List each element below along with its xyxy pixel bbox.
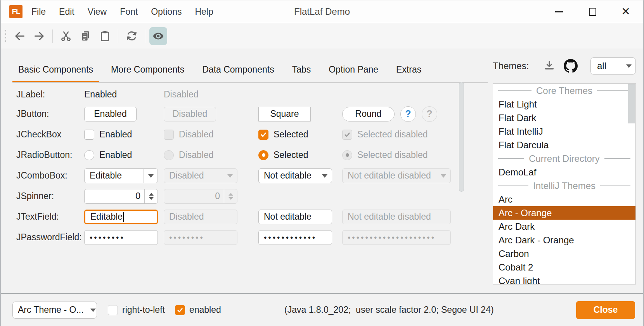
show-toggle-button[interactable] — [149, 27, 167, 45]
menu-file[interactable]: File — [25, 0, 52, 23]
components-grid: JLabel:EnabledDisabledJButton:EnabledDis… — [1, 85, 459, 248]
github-button[interactable] — [564, 59, 578, 73]
content-scrollbar-thumb[interactable] — [459, 82, 464, 192]
chevron-down-icon — [436, 169, 450, 183]
checkbox-checked-icon — [342, 130, 352, 140]
theme-item-flat-light[interactable]: Flat Light — [493, 97, 635, 111]
column-1: Enabled — [84, 89, 164, 100]
themes-scrollbar-thumb[interactable] — [628, 84, 635, 123]
column-2: •••••••• — [164, 230, 258, 245]
maximize-button[interactable] — [586, 5, 599, 18]
theme-item-arc[interactable]: Arc — [493, 192, 635, 206]
tab-option-pane[interactable]: Option Pane — [323, 58, 384, 83]
column-2: Disabled — [164, 168, 258, 183]
tab-extras[interactable]: Extras — [390, 58, 427, 83]
label-enabled: Enabled — [84, 89, 117, 100]
theme-group-separator: Current Directory — [493, 152, 635, 165]
component-row: JSpinner:00 — [1, 186, 459, 206]
textfield-not-editable[interactable]: Not editable — [258, 210, 332, 224]
column-4: Selected disabled — [342, 129, 459, 140]
radio-label: Selected disabled — [357, 150, 428, 160]
button-enabled[interactable]: Enabled — [84, 107, 137, 121]
themes-filter-combo[interactable]: all — [590, 57, 636, 75]
themes-scrollbar[interactable] — [628, 84, 635, 283]
button-round[interactable]: Round — [342, 107, 395, 121]
textfield-not-editable-disabled: Not editable disabled — [342, 210, 451, 224]
combobox-editable[interactable]: Editable — [84, 168, 158, 183]
theme-item-cyan-light[interactable]: Cyan light — [493, 274, 635, 284]
password-field[interactable]: •••••••• — [84, 230, 158, 245]
theme-item-arc-dark-orange[interactable]: Arc Dark - Orange — [493, 233, 635, 247]
textfield-value: Disabled — [164, 212, 204, 222]
copy-button[interactable] — [76, 27, 94, 45]
column-2: Disabled — [164, 210, 258, 224]
tab-tabs[interactable]: Tabs — [286, 58, 317, 83]
radio-selected-icon — [342, 150, 352, 160]
cut-button[interactable] — [57, 27, 75, 45]
theme-item-flat-intellij[interactable]: Flat IntelliJ — [493, 125, 635, 138]
radio-unselected-icon — [164, 150, 174, 160]
theme-item-carbon[interactable]: Carbon — [493, 247, 635, 260]
menu-view[interactable]: View — [81, 0, 113, 23]
radio-label: Selected — [274, 150, 308, 160]
theme-item-arc-dark[interactable]: Arc Dark — [493, 220, 635, 233]
combobox-not-editable-disabled: Not editable disabled — [342, 168, 451, 183]
tab-basic-components[interactable]: Basic Components — [12, 58, 99, 83]
tab-more-components[interactable]: More Components — [105, 58, 190, 83]
theme-item-arc-orange[interactable]: Arc - Orange — [493, 206, 635, 220]
menu-font[interactable]: Font — [113, 0, 144, 23]
spinner-stepper[interactable] — [144, 189, 158, 203]
tab-data-components[interactable]: Data Components — [196, 58, 280, 83]
spinner-down-icon — [229, 197, 233, 202]
password-field[interactable]: •••••••••••• — [258, 230, 332, 245]
refresh-button[interactable] — [123, 27, 140, 45]
menu-edit[interactable]: Edit — [52, 0, 81, 23]
theme-group-separator: Core Themes — [493, 84, 635, 97]
toolbar-grip[interactable] — [5, 30, 6, 42]
menu-options[interactable]: Options — [144, 0, 188, 23]
row-label-jpasswordfield: JPasswordField: — [16, 232, 84, 243]
checkbox-unchecked-icon — [164, 130, 174, 140]
back-icon — [14, 30, 26, 42]
textfield-editable[interactable]: Editable — [84, 210, 158, 224]
checkbox-checked-icon — [175, 305, 185, 315]
menu-help[interactable]: Help — [188, 0, 220, 23]
minimize-button[interactable] — [552, 5, 566, 18]
enabled-checkbox[interactable]: enabled — [175, 305, 221, 315]
text-caret — [123, 212, 124, 222]
right-to-left-label: right-to-left — [122, 305, 165, 315]
theme-item-flat-darcula[interactable]: Flat Darcula — [493, 138, 635, 152]
button-disabled: Disabled — [164, 107, 216, 121]
laf-combo[interactable]: Arc Theme - O... — [12, 302, 97, 319]
content-scrollbar[interactable] — [459, 82, 465, 291]
column-3: Not editable — [258, 210, 342, 224]
laf-combo-value: Arc Theme - O... — [13, 305, 84, 315]
spinner-field[interactable]: 0 — [84, 189, 158, 204]
textfield-value: Editable — [85, 212, 123, 222]
radio-enabled[interactable]: Enabled — [84, 150, 132, 160]
forward-button[interactable] — [30, 27, 48, 45]
main-content: Basic ComponentsMore ComponentsData Comp… — [1, 49, 643, 293]
close-button[interactable]: Close — [576, 301, 635, 319]
column-3: Selected — [258, 150, 342, 160]
button-square[interactable]: Square — [258, 107, 311, 121]
help-button[interactable]: ? — [400, 106, 416, 122]
download-themes-button[interactable] — [544, 60, 555, 72]
checkbox-enabled[interactable]: Enabled — [84, 129, 132, 140]
combobox-not-editable[interactable]: Not editable — [258, 168, 332, 183]
paste-button[interactable] — [96, 27, 114, 45]
radio-selected[interactable]: Selected — [258, 150, 308, 160]
theme-item-cobalt-2[interactable]: Cobalt 2 — [493, 260, 635, 274]
theme-item-demolaf[interactable]: DemoLaf — [493, 165, 635, 179]
spinner-field: 0 — [164, 189, 237, 204]
checkbox-selected[interactable]: Selected — [258, 129, 308, 140]
flatlaf-demo-window: FL FileEditViewFontOptionsHelp FlatLaf D… — [0, 0, 644, 326]
toolbar-separator — [145, 29, 145, 43]
close-window-button[interactable]: ✕ — [619, 5, 632, 18]
toolbar-separator — [118, 29, 118, 43]
right-to-left-checkbox[interactable]: right-to-left — [108, 305, 165, 315]
column-1: Editable — [84, 210, 164, 224]
back-button[interactable] — [11, 27, 29, 45]
chevron-down-icon — [84, 302, 97, 318]
theme-item-flat-dark[interactable]: Flat Dark — [493, 111, 635, 125]
